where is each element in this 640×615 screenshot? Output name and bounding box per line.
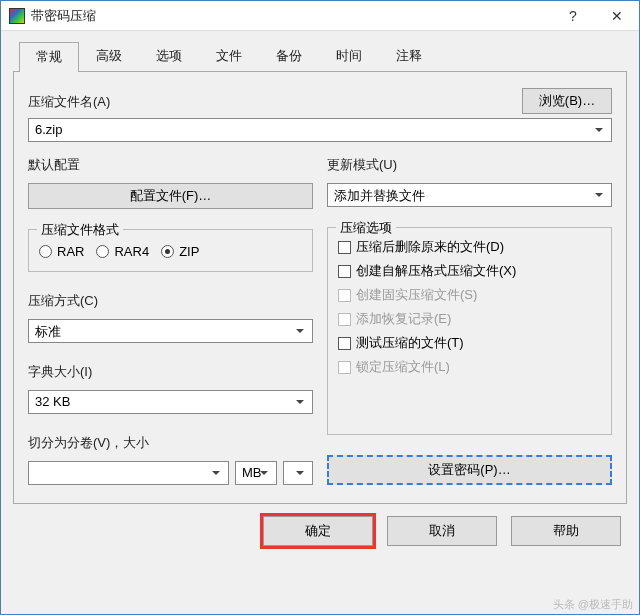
dict-select[interactable]: 32 KB bbox=[28, 390, 313, 414]
archive-name-label: 压缩文件名(A) bbox=[28, 93, 514, 111]
split-unit-select[interactable]: MB bbox=[235, 461, 277, 485]
ok-button[interactable]: 确定 bbox=[263, 516, 373, 546]
method-label: 压缩方式(C) bbox=[28, 292, 313, 310]
format-zip-radio[interactable]: ZIP bbox=[161, 244, 199, 259]
tab-time[interactable]: 时间 bbox=[319, 41, 379, 71]
format-fieldset: 压缩文件格式 RAR RAR4 ZIP bbox=[28, 229, 313, 272]
dialog-buttons: 确定 取消 帮助 bbox=[1, 504, 639, 560]
opt-test-check[interactable]: 测试压缩的文件(T) bbox=[338, 334, 601, 352]
update-mode-label: 更新模式(U) bbox=[327, 156, 612, 174]
watermark: 头条 @极速手助 bbox=[553, 597, 633, 612]
dict-label: 字典大小(I) bbox=[28, 363, 313, 381]
profiles-button[interactable]: 配置文件(F)… bbox=[28, 183, 313, 209]
set-password-button[interactable]: 设置密码(P)… bbox=[327, 455, 612, 485]
default-profile-label: 默认配置 bbox=[28, 156, 313, 174]
app-icon bbox=[9, 8, 25, 24]
opt-delete-check[interactable]: 压缩后删除原来的文件(D) bbox=[338, 238, 601, 256]
tab-strip: 常规 高级 选项 文件 备份 时间 注释 bbox=[13, 41, 627, 72]
opt-recovery-check: 添加恢复记录(E) bbox=[338, 310, 601, 328]
method-select[interactable]: 标准 bbox=[28, 319, 313, 343]
split-extra-select[interactable] bbox=[283, 461, 313, 485]
help-dialog-button[interactable]: 帮助 bbox=[511, 516, 621, 546]
format-rar-radio[interactable]: RAR bbox=[39, 244, 84, 259]
close-button[interactable]: ✕ bbox=[595, 1, 639, 31]
titlebar: 带密码压缩 ? ✕ bbox=[1, 1, 639, 31]
format-rar4-radio[interactable]: RAR4 bbox=[96, 244, 149, 259]
dialog-window: 带密码压缩 ? ✕ 常规 高级 选项 文件 备份 时间 注释 压缩文件名(A) … bbox=[0, 0, 640, 615]
cancel-button[interactable]: 取消 bbox=[387, 516, 497, 546]
options-legend: 压缩选项 bbox=[336, 219, 396, 237]
general-panel: 压缩文件名(A) 浏览(B)… 6.zip 默认配置 配置文件(F)… 压缩文件… bbox=[13, 72, 627, 504]
archive-name-input[interactable]: 6.zip bbox=[28, 118, 612, 142]
archive-name-value: 6.zip bbox=[35, 122, 62, 137]
window-title: 带密码压缩 bbox=[31, 7, 551, 25]
options-fieldset: 压缩选项 压缩后删除原来的文件(D) 创建自解压格式压缩文件(X) 创建固实压缩… bbox=[327, 227, 612, 435]
tab-files[interactable]: 文件 bbox=[199, 41, 259, 71]
opt-sfx-check[interactable]: 创建自解压格式压缩文件(X) bbox=[338, 262, 601, 280]
opt-solid-check: 创建固实压缩文件(S) bbox=[338, 286, 601, 304]
tab-options[interactable]: 选项 bbox=[139, 41, 199, 71]
tab-general[interactable]: 常规 bbox=[19, 42, 79, 72]
split-label: 切分为分卷(V)，大小 bbox=[28, 434, 313, 452]
tab-advanced[interactable]: 高级 bbox=[79, 41, 139, 71]
help-button[interactable]: ? bbox=[551, 1, 595, 31]
client-area: 常规 高级 选项 文件 备份 时间 注释 压缩文件名(A) 浏览(B)… 6.z… bbox=[1, 31, 639, 504]
tab-comment[interactable]: 注释 bbox=[379, 41, 439, 71]
opt-lock-check: 锁定压缩文件(L) bbox=[338, 358, 601, 376]
split-size-select[interactable] bbox=[28, 461, 229, 485]
browse-button[interactable]: 浏览(B)… bbox=[522, 88, 612, 114]
format-legend: 压缩文件格式 bbox=[37, 221, 123, 239]
tab-backup[interactable]: 备份 bbox=[259, 41, 319, 71]
update-mode-select[interactable]: 添加并替换文件 bbox=[327, 183, 612, 207]
